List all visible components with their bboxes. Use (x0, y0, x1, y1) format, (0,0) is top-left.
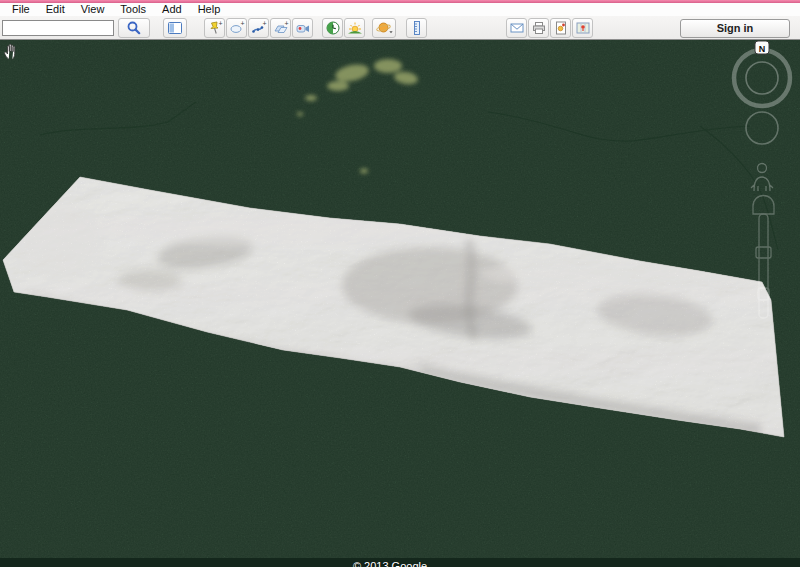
search-icon (126, 20, 142, 36)
search-button[interactable] (118, 18, 150, 38)
sidebar-toggle-button[interactable] (163, 18, 187, 38)
planets-button[interactable] (372, 18, 396, 38)
menu-view[interactable]: View (73, 3, 113, 16)
add-path-button[interactable]: + (248, 18, 269, 38)
image-overlay-icon: + (273, 20, 289, 36)
record-tour-button[interactable] (292, 18, 313, 38)
printer-icon (531, 20, 547, 36)
compass-north-badge[interactable]: N (755, 41, 769, 54)
svg-text:+: + (240, 20, 244, 27)
toolbar: + + + + (0, 16, 800, 40)
polygon-icon: + (229, 20, 245, 36)
path-icon: + (251, 20, 267, 36)
svg-text:N: N (759, 44, 766, 54)
sign-in-button[interactable]: Sign in (680, 19, 790, 38)
svg-text:+: + (262, 20, 266, 27)
svg-text:+: + (218, 20, 222, 27)
sunlight-button[interactable] (344, 18, 365, 38)
historical-imagery-button[interactable] (322, 18, 343, 38)
email-button[interactable] (506, 18, 527, 38)
add-placemark-button[interactable]: + (204, 18, 225, 38)
camcorder-icon (295, 20, 311, 36)
menu-file[interactable]: File (4, 3, 38, 16)
sun-icon (347, 20, 363, 36)
menu-add[interactable]: Add (154, 3, 190, 16)
ruler-button[interactable] (406, 18, 427, 38)
search-input[interactable] (2, 20, 114, 36)
print-button[interactable] (528, 18, 549, 38)
svg-text:+: + (284, 20, 288, 27)
menu-help[interactable]: Help (190, 3, 229, 16)
map-icon (575, 20, 591, 36)
menu-tools[interactable]: Tools (112, 3, 154, 16)
pushpin-icon: + (207, 20, 223, 36)
view-in-google-maps-button[interactable] (572, 18, 593, 38)
saturn-icon (375, 20, 394, 36)
envelope-icon (509, 20, 525, 36)
save-image-button[interactable] (550, 18, 571, 38)
save-image-icon (553, 20, 569, 36)
add-polygon-button[interactable]: + (226, 18, 247, 38)
add-image-overlay-button[interactable]: + (270, 18, 291, 38)
google-earth-window: File Edit View Tools Add Help + (0, 0, 800, 567)
sidebar-panel-icon (167, 20, 183, 36)
map-viewport[interactable]: N © 2013 Google © 2013 Cnes/Spot Image G… (0, 40, 800, 567)
menu-edit[interactable]: Edit (38, 3, 73, 16)
horizon-dark-band (0, 558, 800, 567)
menu-bar: File Edit View Tools Add Help (0, 3, 800, 16)
clock-icon (325, 20, 341, 36)
ruler-icon (409, 20, 425, 36)
